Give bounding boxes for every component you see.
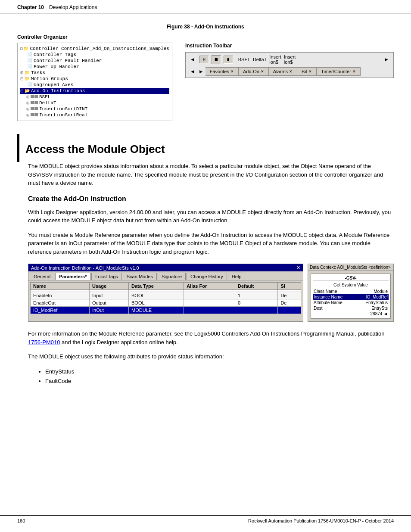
- tab-nav-left[interactable]: ◄: [188, 68, 197, 75]
- table-cell: BOOL: [129, 292, 184, 299]
- tree-item-label: Tasks: [31, 70, 45, 75]
- toolbar-row1: ◄ H ■ ∎ BSEL DeltaT Insertion$ Insertion…: [188, 54, 391, 65]
- dialog-table: NameUsageData TypeAlias ForDefaultSiEnab…: [30, 282, 301, 314]
- tab-nav-right[interactable]: ►: [197, 68, 206, 75]
- table-header: Default: [235, 283, 277, 290]
- tree-item[interactable]: ⊞InsertionSortDINT: [20, 106, 169, 112]
- aoi-dialog: Add-On Instruction Definition - AOI_Modu…: [28, 264, 303, 322]
- tree-item-label: Power-Up Handler: [34, 64, 79, 69]
- table-cell: EnableOut: [31, 299, 90, 307]
- table-header: Name: [31, 283, 90, 290]
- page-content: Figure 38 - Add-On Instructions Controll…: [0, 13, 411, 399]
- tree-icon: 📄: [27, 58, 32, 63]
- tab-bit-arrow: ✕: [308, 69, 312, 74]
- expand-icon: ⊞: [26, 113, 30, 117]
- dialog-tab[interactable]: Help: [228, 273, 246, 280]
- tab-favorites[interactable]: Favorites ✕: [206, 67, 239, 76]
- tree-item-label: Controller Fault Handler: [34, 58, 102, 63]
- dialog-tab[interactable]: Local Tags: [91, 273, 121, 280]
- tab-timer-counter[interactable]: Timer/Counter ✕: [317, 67, 361, 76]
- tree-item[interactable]: 📄Controller Fault Handler: [20, 58, 169, 64]
- table-header: Usage: [89, 283, 128, 290]
- tab-addon-arrow: ✕: [261, 69, 264, 74]
- toolbar-label-deltat: DeltaT: [253, 57, 267, 62]
- gsv-value: Module: [374, 289, 388, 294]
- subsection-title: Create the Add-On Instruction: [28, 195, 394, 203]
- toolbar-label: Instruction Toolbar: [185, 43, 394, 49]
- toolbar-btn-box1[interactable]: ■: [212, 55, 221, 64]
- aoi-screenshot: Add-On Instruction Definition - AOI_Modu…: [28, 264, 394, 322]
- tab-addon[interactable]: Add-On ✕: [239, 67, 269, 76]
- nav-arrow-right[interactable]: ►: [382, 56, 391, 63]
- gsv-label: Class Name: [314, 289, 337, 294]
- bullet-item: FaultCode: [45, 376, 394, 386]
- table-cell: 0: [235, 299, 277, 307]
- tab-timer-arrow: ✕: [352, 69, 356, 74]
- table-cell: EnableIn: [31, 292, 90, 299]
- gsv-box: -GSV- Get System Value Class NameModuleI…: [311, 274, 391, 319]
- tree-item-label: Ungrouped Axes: [34, 82, 73, 87]
- gsv-label: Instance Name: [314, 295, 342, 299]
- nav-arrow-left[interactable]: ◄: [188, 56, 197, 63]
- tab-favorites-arrow: ✕: [230, 69, 234, 74]
- toolbar-label-insert2: Insertion$: [284, 54, 296, 65]
- table-row[interactable]: EnableInInputBOOL1De: [31, 292, 301, 299]
- table-header: Data Type: [129, 283, 184, 290]
- tree-item[interactable]: ⊟📂Add-On Instructions: [20, 88, 169, 94]
- dialog-close[interactable]: ✕: [296, 265, 300, 271]
- gsv-label: Attribute Name: [314, 300, 342, 305]
- tree-item[interactable]: 📄Power-Up Handler: [20, 64, 169, 70]
- toolbar-btn-box2[interactable]: ∎: [224, 56, 233, 64]
- tree-item-label: Add-On Instructions: [31, 88, 85, 93]
- table-cell: [184, 307, 235, 314]
- dialog-tab[interactable]: Scan Modes: [123, 273, 157, 280]
- toolbar-label-bsel: BSEL: [238, 57, 250, 62]
- tree-item[interactable]: □📁Controller Controller_Add_On_Instructi…: [20, 46, 169, 52]
- dialog-tab[interactable]: General: [30, 273, 54, 280]
- tree-item[interactable]: ⊞DeltaT: [20, 100, 169, 106]
- link-pm010[interactable]: 1756-PM010: [28, 339, 60, 345]
- gsv-row: Instance NameIO_ModRef: [313, 294, 389, 300]
- section-inner: Access the Module Object: [25, 134, 394, 162]
- table-row[interactable]: IO_ModRefInOutMODULE: [31, 307, 301, 314]
- bullet-item: EntryStatus: [45, 367, 394, 376]
- table-cell: 1: [235, 292, 277, 299]
- gsv-rows: Class NameModuleInstance NameIO_ModRefAt…: [313, 289, 389, 317]
- dialog-tab[interactable]: Change History: [187, 273, 227, 280]
- tree-item[interactable]: ⊞BSEL: [20, 94, 169, 100]
- tree-icon: 📄: [27, 64, 32, 69]
- expand-icon: ⊟: [20, 89, 24, 93]
- tree-item[interactable]: ⊟📁Motion Groups: [20, 76, 169, 82]
- tree-item[interactable]: ⊞InsertionSortReal: [20, 112, 169, 118]
- expand-icon: ⊟: [20, 77, 24, 81]
- tree-icon: 📄: [27, 52, 32, 57]
- dialog-tab[interactable]: Parameters*: [55, 273, 90, 280]
- tree-item-label: Motion Groups: [31, 76, 68, 81]
- aoi-panel: Data Context: AOI_ModuleSts <definition>…: [308, 264, 394, 322]
- gsv-value: 28874 ◄: [371, 311, 388, 316]
- body-text-4a: For more information on the Module Refer…: [28, 330, 384, 337]
- toolbar-label-insert1: Insertion$: [269, 54, 281, 65]
- toolbar-btn-h[interactable]: H: [199, 56, 209, 63]
- instruction-toolbar: Instruction Toolbar ◄ H ■ ∎ BSEL DeltaT …: [185, 43, 394, 121]
- tree-item[interactable]: 📄Controller Tags: [20, 52, 169, 58]
- expand-icon: ⊞: [26, 107, 30, 111]
- gsv-row: Attribute NameEntryStatus: [313, 300, 389, 305]
- table-cell: De: [278, 299, 301, 307]
- tree-item[interactable]: ⊞📁Tasks: [20, 70, 169, 76]
- table-row[interactable]: EnableOutOutputBOOL0De: [31, 299, 301, 307]
- gsv-subtitle: Get System Value: [313, 283, 389, 287]
- body-text-1: The MODULE object provides status inform…: [28, 162, 394, 187]
- gsv-label: Dest: [314, 306, 323, 311]
- tree-item[interactable]: 📄Ungrouped Axes: [20, 82, 169, 88]
- organizer-label: Controller Organizer: [17, 34, 394, 40]
- gsv-row: Class NameModule: [313, 289, 389, 294]
- table-cell: IO_ModRef: [31, 307, 90, 314]
- left-border-spacer: [17, 162, 19, 390]
- figure-row: □📁Controller Controller_Add_On_Instructi…: [17, 43, 394, 121]
- tree-icon: 📂: [25, 88, 30, 93]
- tab-alarms[interactable]: Alarms ✕: [269, 67, 297, 76]
- tab-bit[interactable]: Bit ✕: [297, 67, 317, 76]
- expand-icon: ⊞: [26, 95, 30, 99]
- dialog-tab[interactable]: Signature: [158, 273, 186, 280]
